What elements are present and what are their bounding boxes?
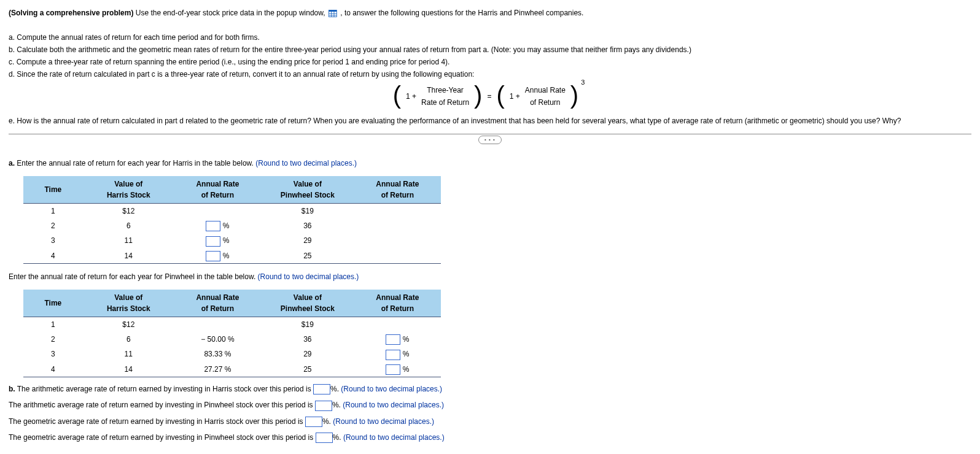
section-a-label: a. bbox=[9, 159, 15, 167]
section-divider bbox=[9, 134, 971, 134]
eq-right-bot: of Return bbox=[530, 97, 560, 108]
eq-left-bot: Rate of Return bbox=[421, 97, 469, 108]
harris-ror-input[interactable] bbox=[206, 236, 220, 247]
th-pin-ror: Annual Rate of Return bbox=[354, 290, 441, 317]
b-text-3b: %. bbox=[322, 417, 333, 426]
b-line-4: The geometric average rate of return ear… bbox=[9, 432, 971, 443]
th-harris-val: Value of Harris Stock bbox=[83, 290, 174, 317]
part-d-text: d. Since the rate of return calculated i… bbox=[9, 69, 971, 80]
pinwheel-input-table: Time Value of Harris Stock Annual Rate o… bbox=[23, 290, 441, 377]
intro-bold: (Solving a comprehensive problem) bbox=[9, 9, 133, 17]
b-hint-4: (Round to two decimal places.) bbox=[343, 433, 445, 442]
cell-harris-ror: % bbox=[174, 218, 261, 233]
cell-pinwheel-ror: % bbox=[354, 362, 441, 377]
left-paren-close: ) bbox=[474, 85, 482, 105]
cell-harris-ror bbox=[174, 317, 261, 332]
section-a-hint2: (Round to two decimal places.) bbox=[258, 272, 359, 281]
th-time: Time bbox=[23, 176, 83, 204]
table-row: 41427.27 %25 % bbox=[23, 362, 441, 377]
intro-text-2: , to answer the following questions for … bbox=[338, 9, 584, 17]
harris-ror-input[interactable] bbox=[206, 251, 220, 261]
cell-pinwheel-value: $19 bbox=[261, 204, 354, 219]
cell-pinwheel-value: 29 bbox=[261, 347, 354, 361]
cell-pinwheel-value: 36 bbox=[261, 218, 354, 233]
part-b-text: b. Calculate both the arithmetic and the… bbox=[9, 44, 971, 55]
th-harris-ror: Annual Rate of Return bbox=[174, 290, 261, 317]
cell-time: 3 bbox=[23, 233, 83, 248]
svg-rect-1 bbox=[329, 10, 336, 12]
geom-harris-input[interactable] bbox=[305, 417, 322, 427]
geom-pinwheel-input[interactable] bbox=[316, 433, 333, 443]
th-harris-val: Value of Harris Stock bbox=[83, 176, 174, 204]
pinwheel-ror-input[interactable] bbox=[386, 364, 400, 375]
cell-harris-ror: 27.27 % bbox=[174, 362, 261, 377]
harris-input-table: Time Value of Harris Stock Annual Rate o… bbox=[23, 176, 441, 264]
one-plus-left: 1 + bbox=[406, 91, 416, 102]
table-row: 26 %36 bbox=[23, 218, 441, 233]
cell-pinwheel-ror bbox=[354, 233, 441, 248]
pinwheel-ror-input[interactable] bbox=[386, 350, 400, 360]
cell-time: 4 bbox=[23, 362, 83, 377]
intro-text-1: Use the end-of-year stock price data in … bbox=[133, 9, 327, 17]
cell-time: 1 bbox=[23, 204, 83, 219]
th-pin-ror: Annual Rate of Return bbox=[354, 176, 441, 204]
cell-pinwheel-ror bbox=[354, 248, 441, 264]
cell-harris-value: 6 bbox=[83, 332, 174, 347]
b-text-4a: The geometric average rate of return ear… bbox=[9, 433, 316, 442]
section-a-text2: Enter the annual rate of return for each… bbox=[9, 272, 258, 281]
arith-pinwheel-input[interactable] bbox=[315, 401, 332, 411]
data-table-popup-icon[interactable] bbox=[329, 10, 337, 17]
right-paren-close: ) bbox=[570, 85, 578, 105]
b-label: b. bbox=[9, 385, 15, 393]
cell-harris-value: 11 bbox=[83, 347, 174, 361]
cell-time: 4 bbox=[23, 248, 83, 264]
b-text-1a: The arithmetic average rate of return ea… bbox=[15, 385, 313, 393]
cell-pinwheel-value: $19 bbox=[261, 317, 354, 332]
b-text-3a: The geometric average rate of return ear… bbox=[9, 417, 305, 426]
cell-harris-ror bbox=[174, 204, 261, 219]
table-row: 26− 50.00 %36 % bbox=[23, 332, 441, 347]
cell-pinwheel-ror bbox=[354, 218, 441, 233]
table-row: 31183.33 %29 % bbox=[23, 347, 441, 361]
part-a-text: a. Compute the annual rates of return fo… bbox=[9, 32, 971, 43]
cell-pinwheel-ror: % bbox=[354, 332, 441, 347]
b-text-2b: %. bbox=[332, 401, 343, 409]
part-c-text: c. Compute a three-year rate of return s… bbox=[9, 56, 971, 67]
table-row: 311 %29 bbox=[23, 233, 441, 248]
cell-pinwheel-value: 25 bbox=[261, 248, 354, 264]
expand-collapse-button[interactable]: • • • bbox=[478, 136, 502, 144]
cell-harris-value: 14 bbox=[83, 248, 174, 264]
cell-pinwheel-ror bbox=[354, 317, 441, 332]
section-a-prompt2: Enter the annual rate of return for each… bbox=[9, 271, 971, 282]
cell-pinwheel-value: 29 bbox=[261, 233, 354, 248]
b-text-4b: %. bbox=[333, 433, 343, 442]
left-paren-open: ( bbox=[393, 85, 401, 105]
cell-pinwheel-ror bbox=[354, 204, 441, 219]
equation-display: ( 1 + Three-Year Rate of Return ) = ( 1 … bbox=[9, 85, 971, 108]
table-row: 1$12$19 bbox=[23, 204, 441, 219]
b-hint-2: (Round to two decimal places.) bbox=[343, 401, 444, 409]
b-line-1: b. The arithmetic average rate of return… bbox=[9, 383, 971, 394]
pinwheel-ror-input[interactable] bbox=[386, 334, 400, 345]
cell-harris-value: 6 bbox=[83, 218, 174, 233]
table-row: 414 %25 bbox=[23, 248, 441, 264]
b-line-3: The geometric average rate of return ear… bbox=[9, 416, 971, 427]
cell-harris-value: $12 bbox=[83, 204, 174, 219]
cell-harris-value: $12 bbox=[83, 317, 174, 332]
cell-time: 1 bbox=[23, 317, 83, 332]
th-time: Time bbox=[23, 290, 83, 317]
right-paren-open: ( bbox=[496, 85, 504, 105]
arith-harris-input[interactable] bbox=[313, 384, 330, 394]
cell-time: 2 bbox=[23, 218, 83, 233]
th-harris-ror: Annual Rate of Return bbox=[174, 176, 261, 204]
section-a-text: Enter the annual rate of return for each… bbox=[15, 159, 255, 167]
part-e-text: e. How is the annual rate of return calc… bbox=[9, 115, 971, 126]
harris-ror-input[interactable] bbox=[206, 221, 220, 231]
b-text-2a: The arithmetic average rate of return ea… bbox=[9, 401, 315, 409]
b-hint-1: (Round to two decimal places.) bbox=[341, 385, 442, 393]
one-plus-right: 1 + bbox=[510, 91, 520, 102]
cell-harris-ror: % bbox=[174, 248, 261, 264]
cell-harris-value: 11 bbox=[83, 233, 174, 248]
eq-left-top: Three-Year bbox=[427, 85, 464, 96]
cell-time: 3 bbox=[23, 347, 83, 361]
